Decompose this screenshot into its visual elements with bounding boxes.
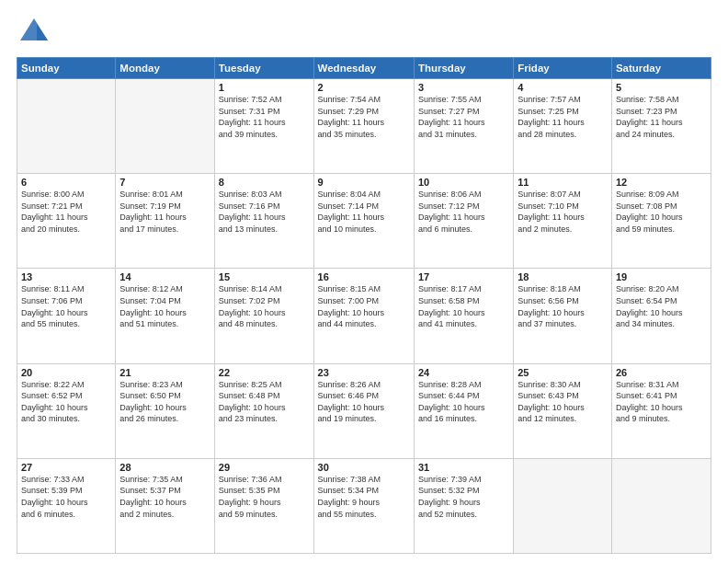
calendar-cell: 5Sunrise: 7:58 AM Sunset: 7:23 PM Daylig… [611, 79, 711, 174]
day-detail: Sunrise: 7:55 AM Sunset: 7:27 PM Dayligh… [418, 94, 509, 140]
day-detail: Sunrise: 7:36 AM Sunset: 5:35 PM Dayligh… [219, 474, 310, 520]
calendar-weekday-friday: Friday [514, 58, 612, 79]
calendar-week-row: 27Sunrise: 7:33 AM Sunset: 5:39 PM Dayli… [17, 458, 711, 553]
calendar-weekday-thursday: Thursday [414, 58, 513, 79]
calendar-week-row: 1Sunrise: 7:52 AM Sunset: 7:31 PM Daylig… [17, 79, 711, 174]
day-detail: Sunrise: 8:09 AM Sunset: 7:08 PM Dayligh… [616, 189, 707, 235]
calendar-week-row: 6Sunrise: 8:00 AM Sunset: 7:21 PM Daylig… [17, 174, 711, 269]
day-detail: Sunrise: 8:12 AM Sunset: 7:04 PM Dayligh… [119, 283, 210, 329]
day-detail: Sunrise: 7:58 AM Sunset: 7:23 PM Dayligh… [616, 94, 707, 140]
day-detail: Sunrise: 8:31 AM Sunset: 6:41 PM Dayligh… [616, 379, 707, 425]
day-number: 18 [518, 271, 608, 282]
calendar-weekday-tuesday: Tuesday [214, 58, 313, 79]
day-detail: Sunrise: 7:33 AM Sunset: 5:39 PM Dayligh… [21, 474, 111, 520]
logo [17, 15, 51, 50]
day-detail: Sunrise: 8:23 AM Sunset: 6:50 PM Dayligh… [119, 379, 210, 425]
day-detail: Sunrise: 7:35 AM Sunset: 5:37 PM Dayligh… [119, 474, 210, 520]
day-number: 17 [418, 271, 509, 282]
day-number: 30 [318, 462, 410, 473]
calendar-cell: 3Sunrise: 7:55 AM Sunset: 7:27 PM Daylig… [414, 79, 513, 174]
day-number: 20 [21, 367, 111, 378]
calendar-cell: 28Sunrise: 7:35 AM Sunset: 5:37 PM Dayli… [116, 458, 215, 553]
calendar-cell: 7Sunrise: 8:01 AM Sunset: 7:19 PM Daylig… [116, 174, 215, 269]
day-detail: Sunrise: 8:15 AM Sunset: 7:00 PM Dayligh… [318, 283, 410, 329]
day-detail: Sunrise: 8:30 AM Sunset: 6:43 PM Dayligh… [518, 379, 608, 425]
calendar-weekday-sunday: Sunday [17, 58, 116, 79]
day-number: 10 [418, 177, 509, 188]
page: SundayMondayTuesdayWednesdayThursdayFrid… [0, 0, 728, 563]
calendar-cell: 22Sunrise: 8:25 AM Sunset: 6:48 PM Dayli… [214, 363, 313, 458]
calendar-header-row: SundayMondayTuesdayWednesdayThursdayFrid… [17, 58, 711, 79]
calendar-cell: 23Sunrise: 8:26 AM Sunset: 6:46 PM Dayli… [313, 363, 414, 458]
day-detail: Sunrise: 8:18 AM Sunset: 6:56 PM Dayligh… [518, 283, 608, 329]
calendar-cell: 19Sunrise: 8:20 AM Sunset: 6:54 PM Dayli… [611, 269, 711, 363]
calendar-cell: 24Sunrise: 8:28 AM Sunset: 6:44 PM Dayli… [414, 363, 513, 458]
day-number: 22 [219, 367, 310, 378]
day-number: 4 [518, 82, 608, 93]
day-detail: Sunrise: 8:07 AM Sunset: 7:10 PM Dayligh… [518, 189, 608, 235]
calendar-weekday-monday: Monday [116, 58, 215, 79]
calendar-cell: 21Sunrise: 8:23 AM Sunset: 6:50 PM Dayli… [116, 363, 215, 458]
day-number: 9 [318, 177, 410, 188]
day-number: 12 [616, 177, 707, 188]
calendar-cell [514, 458, 612, 553]
day-detail: Sunrise: 7:52 AM Sunset: 7:31 PM Dayligh… [219, 94, 310, 140]
calendar-cell [611, 458, 711, 553]
day-detail: Sunrise: 8:14 AM Sunset: 7:02 PM Dayligh… [219, 283, 310, 329]
calendar-week-row: 20Sunrise: 8:22 AM Sunset: 6:52 PM Dayli… [17, 363, 711, 458]
day-detail: Sunrise: 8:01 AM Sunset: 7:19 PM Dayligh… [119, 189, 210, 235]
calendar-cell: 20Sunrise: 8:22 AM Sunset: 6:52 PM Dayli… [17, 363, 116, 458]
calendar-cell: 4Sunrise: 7:57 AM Sunset: 7:25 PM Daylig… [514, 79, 612, 174]
header [17, 15, 711, 50]
calendar-cell: 8Sunrise: 8:03 AM Sunset: 7:16 PM Daylig… [214, 174, 313, 269]
calendar-weekday-saturday: Saturday [611, 58, 711, 79]
calendar-cell: 25Sunrise: 8:30 AM Sunset: 6:43 PM Dayli… [514, 363, 612, 458]
calendar-cell: 17Sunrise: 8:17 AM Sunset: 6:58 PM Dayli… [414, 269, 513, 363]
day-detail: Sunrise: 8:06 AM Sunset: 7:12 PM Dayligh… [418, 189, 509, 235]
day-number: 8 [219, 177, 310, 188]
calendar-cell: 14Sunrise: 8:12 AM Sunset: 7:04 PM Dayli… [116, 269, 215, 363]
calendar-cell: 9Sunrise: 8:04 AM Sunset: 7:14 PM Daylig… [313, 174, 414, 269]
day-detail: Sunrise: 8:04 AM Sunset: 7:14 PM Dayligh… [318, 189, 410, 235]
calendar-cell [116, 79, 215, 174]
calendar-cell: 10Sunrise: 8:06 AM Sunset: 7:12 PM Dayli… [414, 174, 513, 269]
day-number: 29 [219, 462, 310, 473]
day-number: 25 [518, 367, 608, 378]
calendar-cell: 30Sunrise: 7:38 AM Sunset: 5:34 PM Dayli… [313, 458, 414, 553]
day-number: 6 [21, 177, 111, 188]
day-number: 5 [616, 82, 707, 93]
day-detail: Sunrise: 7:39 AM Sunset: 5:32 PM Dayligh… [418, 474, 509, 520]
calendar-cell: 16Sunrise: 8:15 AM Sunset: 7:00 PM Dayli… [313, 269, 414, 363]
day-number: 1 [219, 82, 310, 93]
day-number: 3 [418, 82, 509, 93]
calendar-cell: 15Sunrise: 8:14 AM Sunset: 7:02 PM Dayli… [214, 269, 313, 363]
calendar-cell: 26Sunrise: 8:31 AM Sunset: 6:41 PM Dayli… [611, 363, 711, 458]
calendar-cell: 18Sunrise: 8:18 AM Sunset: 6:56 PM Dayli… [514, 269, 612, 363]
day-number: 11 [518, 177, 608, 188]
day-detail: Sunrise: 8:17 AM Sunset: 6:58 PM Dayligh… [418, 283, 509, 329]
day-number: 19 [616, 271, 707, 282]
calendar-cell: 1Sunrise: 7:52 AM Sunset: 7:31 PM Daylig… [214, 79, 313, 174]
day-number: 15 [219, 271, 310, 282]
day-detail: Sunrise: 7:57 AM Sunset: 7:25 PM Dayligh… [518, 94, 608, 140]
day-number: 7 [119, 177, 210, 188]
calendar-cell: 31Sunrise: 7:39 AM Sunset: 5:32 PM Dayli… [414, 458, 513, 553]
day-detail: Sunrise: 7:54 AM Sunset: 7:29 PM Dayligh… [318, 94, 410, 140]
day-number: 13 [21, 271, 111, 282]
day-number: 24 [418, 367, 509, 378]
day-number: 31 [418, 462, 509, 473]
calendar-cell: 29Sunrise: 7:36 AM Sunset: 5:35 PM Dayli… [214, 458, 313, 553]
calendar-table: SundayMondayTuesdayWednesdayThursdayFrid… [17, 57, 711, 554]
day-detail: Sunrise: 8:25 AM Sunset: 6:48 PM Dayligh… [219, 379, 310, 425]
calendar-cell: 2Sunrise: 7:54 AM Sunset: 7:29 PM Daylig… [313, 79, 414, 174]
calendar-weekday-wednesday: Wednesday [313, 58, 414, 79]
calendar-week-row: 13Sunrise: 8:11 AM Sunset: 7:06 PM Dayli… [17, 269, 711, 363]
day-detail: Sunrise: 8:28 AM Sunset: 6:44 PM Dayligh… [418, 379, 509, 425]
day-detail: Sunrise: 7:38 AM Sunset: 5:34 PM Dayligh… [318, 474, 410, 520]
day-number: 23 [318, 367, 410, 378]
day-detail: Sunrise: 8:26 AM Sunset: 6:46 PM Dayligh… [318, 379, 410, 425]
calendar-cell: 11Sunrise: 8:07 AM Sunset: 7:10 PM Dayli… [514, 174, 612, 269]
day-detail: Sunrise: 8:22 AM Sunset: 6:52 PM Dayligh… [21, 379, 111, 425]
calendar-cell [17, 79, 116, 174]
day-detail: Sunrise: 8:11 AM Sunset: 7:06 PM Dayligh… [21, 283, 111, 329]
